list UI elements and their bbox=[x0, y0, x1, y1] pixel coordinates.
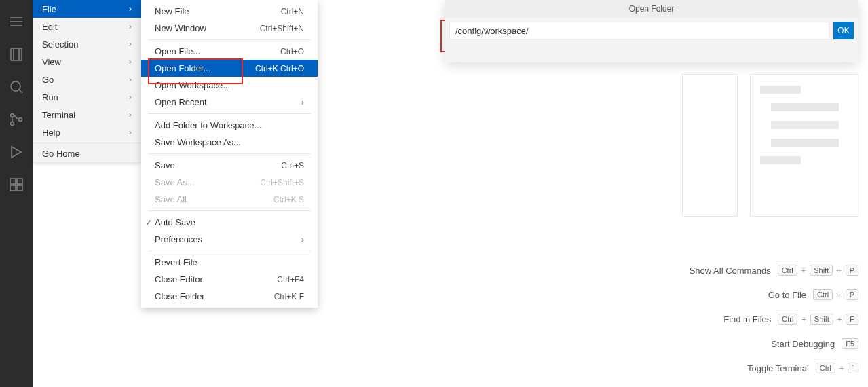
preview-card-content[interactable] bbox=[750, 74, 858, 217]
hint-start-debugging: Start Debugging F5 bbox=[690, 338, 858, 349]
keybinding-hints: Show All Commands Ctrl+Shift+P Go to Fil… bbox=[690, 265, 858, 373]
plus-icon: + bbox=[837, 315, 842, 323]
placeholder-bar bbox=[771, 121, 839, 129]
key: Ctrl bbox=[778, 314, 797, 325]
menu-run[interactable]: Run › bbox=[33, 88, 141, 106]
file-close-editor-label: Close Editor bbox=[155, 274, 203, 284]
chevron-right-icon: › bbox=[129, 92, 132, 102]
placeholder-bar bbox=[771, 139, 839, 147]
submenu-separator bbox=[148, 251, 311, 251]
file-open-file[interactable]: Open File...Ctrl+O bbox=[141, 43, 318, 60]
file-open-folder-label: Open Folder... bbox=[155, 63, 210, 73]
dialog-list-area bbox=[445, 43, 858, 62]
file-auto-save-label: Auto Save bbox=[155, 217, 195, 227]
key: Ctrl bbox=[778, 265, 797, 276]
file-new-file-label: New File bbox=[155, 6, 189, 16]
file-close-editor-kbd: Ctrl+F4 bbox=[277, 275, 304, 284]
file-open-folder-kbd: Ctrl+K Ctrl+O bbox=[255, 64, 304, 73]
file-new-file[interactable]: New FileCtrl+N bbox=[141, 3, 318, 20]
file-open-recent-label: Open Recent bbox=[155, 97, 207, 107]
hint-toggle-terminal: Toggle Terminal Ctrl+` bbox=[690, 363, 858, 373]
preview-card-blank[interactable] bbox=[682, 74, 738, 217]
chevron-right-icon: › bbox=[129, 75, 132, 84]
file-open-workspace[interactable]: Open Workspace... bbox=[141, 77, 318, 94]
file-open-folder[interactable]: Open Folder...Ctrl+K Ctrl+O bbox=[141, 60, 318, 77]
check-icon: ✓ bbox=[145, 218, 152, 227]
file-revert-file-label: Revert File bbox=[155, 257, 197, 268]
file-save-label: Save bbox=[155, 160, 175, 170]
file-add-folder-workspace[interactable]: Add Folder to Workspace... bbox=[141, 117, 318, 134]
menu-view[interactable]: View › bbox=[33, 53, 141, 71]
plus-icon: + bbox=[837, 266, 841, 274]
file-save-workspace-as-label: Save Workspace As... bbox=[155, 137, 241, 147]
key: Shift bbox=[810, 314, 833, 325]
menu-help-label: Help bbox=[42, 128, 60, 138]
hint-label: Find in Files bbox=[723, 314, 771, 325]
menu-icon[interactable] bbox=[0, 5, 33, 38]
plus-icon: + bbox=[801, 266, 806, 274]
key: Ctrl bbox=[816, 363, 835, 373]
chevron-right-icon: › bbox=[129, 57, 132, 67]
svg-point-7 bbox=[19, 118, 22, 122]
file-auto-save[interactable]: ✓Auto Save bbox=[141, 214, 318, 231]
chevron-right-icon: › bbox=[129, 4, 132, 14]
key: F5 bbox=[842, 338, 858, 349]
run-debug-icon[interactable] bbox=[0, 136, 33, 168]
source-control-icon[interactable] bbox=[0, 103, 33, 136]
open-folder-dialog: Open Folder OK bbox=[445, 0, 858, 62]
file-save-as-label: Save As... bbox=[155, 177, 195, 187]
hint-find-in-files: Find in Files Ctrl+Shift+F bbox=[690, 314, 858, 325]
menu-terminal[interactable]: Terminal › bbox=[33, 106, 141, 124]
file-close-editor[interactable]: Close EditorCtrl+F4 bbox=[141, 271, 318, 288]
key: F bbox=[846, 314, 858, 325]
menu-edit[interactable]: Edit › bbox=[33, 18, 141, 35]
file-revert-file[interactable]: Revert File bbox=[141, 254, 318, 271]
hint-show-all-commands: Show All Commands Ctrl+Shift+P bbox=[690, 265, 858, 276]
file-save-all-kbd: Ctrl+K S bbox=[273, 195, 304, 204]
file-close-folder-label: Close Folder bbox=[155, 291, 205, 301]
chevron-right-icon: › bbox=[301, 98, 304, 107]
file-close-folder[interactable]: Close FolderCtrl+K F bbox=[141, 288, 318, 305]
plus-icon: + bbox=[839, 364, 844, 372]
key: Shift bbox=[810, 265, 833, 276]
file-save-workspace-as[interactable]: Save Workspace As... bbox=[141, 134, 318, 151]
hint-label: Go to File bbox=[768, 290, 806, 300]
dialog-input-row: OK bbox=[445, 18, 858, 43]
hint-keys: Ctrl+Shift+F bbox=[778, 314, 858, 325]
main-menu: File › Edit › Selection › View › Go › Ru… bbox=[33, 0, 141, 162]
placeholder-bar bbox=[771, 103, 839, 111]
file-save-all: Save AllCtrl+K S bbox=[141, 191, 318, 208]
hint-keys: Ctrl+` bbox=[816, 363, 858, 373]
hint-keys: F5 bbox=[842, 338, 858, 349]
extensions-icon[interactable] bbox=[0, 168, 33, 201]
search-icon[interactable] bbox=[0, 71, 33, 103]
key: P bbox=[846, 289, 858, 300]
dialog-title: Open Folder bbox=[445, 0, 858, 18]
file-open-recent[interactable]: Open Recent› bbox=[141, 94, 318, 111]
chevron-right-icon: › bbox=[129, 39, 132, 49]
menu-go-home-label: Go Home bbox=[42, 149, 80, 159]
svg-rect-11 bbox=[17, 185, 22, 191]
explorer-icon[interactable] bbox=[0, 38, 33, 71]
file-save[interactable]: SaveCtrl+S bbox=[141, 157, 318, 174]
menu-go-home[interactable]: Go Home bbox=[33, 145, 141, 162]
file-new-window-label: New Window bbox=[155, 23, 206, 33]
svg-rect-10 bbox=[10, 185, 16, 191]
dialog-ok-button[interactable]: OK bbox=[833, 22, 854, 39]
folder-path-input[interactable] bbox=[449, 22, 829, 39]
menu-help[interactable]: Help › bbox=[33, 124, 141, 141]
file-new-window[interactable]: New WindowCtrl+Shift+N bbox=[141, 20, 318, 37]
submenu-separator bbox=[148, 153, 311, 154]
key: P bbox=[846, 265, 858, 276]
submenu-separator bbox=[148, 113, 311, 114]
menu-terminal-label: Terminal bbox=[42, 110, 75, 120]
menu-selection-label: Selection bbox=[42, 39, 78, 50]
activity-bar bbox=[0, 0, 33, 387]
file-preferences[interactable]: Preferences› bbox=[141, 231, 318, 248]
menu-go[interactable]: Go › bbox=[33, 71, 141, 88]
svg-line-4 bbox=[19, 90, 22, 93]
menu-selection[interactable]: Selection › bbox=[33, 35, 141, 53]
chevron-right-icon: › bbox=[129, 22, 132, 31]
menu-file[interactable]: File › bbox=[33, 0, 141, 18]
file-open-file-kbd: Ctrl+O bbox=[280, 47, 304, 56]
